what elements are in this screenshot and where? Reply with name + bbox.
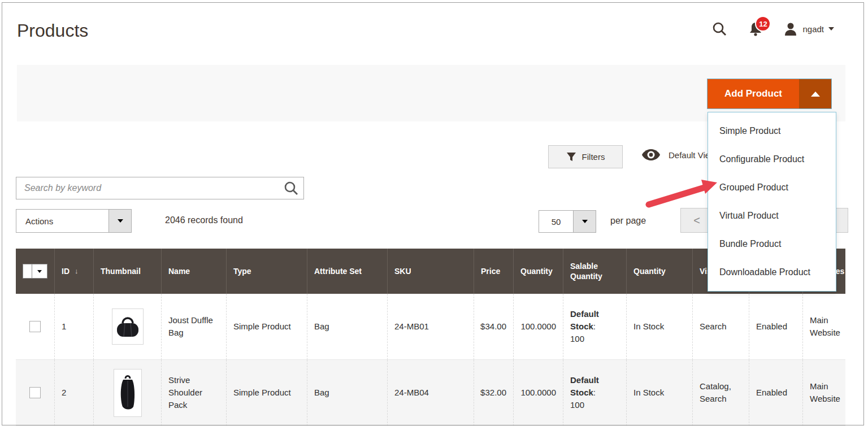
row-select-cell bbox=[16, 360, 54, 426]
notification-count-badge: 12 bbox=[755, 16, 771, 32]
cell-visibility: Search bbox=[692, 294, 749, 360]
caret-up-icon bbox=[811, 92, 820, 97]
row-checkbox[interactable] bbox=[29, 387, 41, 398]
cell-price: $34.00 bbox=[474, 294, 513, 360]
admin-header-actions: 12 ngadt bbox=[711, 20, 834, 37]
actions-select[interactable]: Actions bbox=[16, 209, 132, 233]
notifications-button[interactable]: 12 bbox=[747, 20, 764, 37]
select-all-header bbox=[16, 249, 54, 294]
cell-quantity: 100.0000 bbox=[513, 360, 563, 426]
per-page-label: per page bbox=[610, 216, 646, 226]
add-product-split-button: Add Product bbox=[707, 79, 832, 109]
product-thumbnail bbox=[112, 308, 144, 345]
add-product-button[interactable]: Add Product bbox=[708, 79, 799, 108]
cell-websites: Main Website bbox=[802, 360, 845, 426]
select-all-checkbox[interactable] bbox=[23, 264, 32, 278]
column-header-thumbnail[interactable]: Thumbnail bbox=[93, 249, 161, 294]
menu-item-virtual-product[interactable]: Virtual Product bbox=[708, 202, 836, 230]
cell-attribute-set: Bag bbox=[307, 294, 387, 360]
funnel-icon bbox=[566, 152, 576, 162]
username-label: ngadt bbox=[802, 24, 824, 34]
previous-page-icon: < bbox=[693, 214, 700, 227]
keyword-search-field bbox=[16, 177, 304, 199]
column-header-sku[interactable]: SKU bbox=[387, 249, 474, 294]
column-header-attribute-set[interactable]: Attribute Set bbox=[307, 249, 387, 294]
cell-id: 2 bbox=[54, 360, 93, 426]
actions-caret-icon bbox=[108, 210, 131, 232]
duffle-bag-image bbox=[115, 314, 141, 339]
cell-salable-quantity: Default Stock: 100 bbox=[563, 360, 626, 426]
menu-item-simple-product[interactable]: Simple Product bbox=[708, 117, 836, 145]
filters-button[interactable]: Filters bbox=[548, 145, 623, 168]
row-checkbox[interactable] bbox=[29, 321, 41, 332]
view-selector[interactable]: Default View bbox=[641, 149, 716, 161]
column-header-price[interactable]: Price bbox=[474, 249, 513, 294]
cell-visibility: Catalog, Search bbox=[692, 360, 749, 426]
add-product-label: Add Product bbox=[724, 88, 782, 99]
sort-descending-icon: ↓ bbox=[75, 266, 79, 276]
cell-websites: Main Website bbox=[802, 294, 845, 360]
cell-type: Simple Product bbox=[226, 294, 307, 360]
cell-quantity-per-source: In Stock bbox=[626, 360, 692, 426]
cell-thumbnail bbox=[93, 360, 161, 426]
cell-quantity: 100.0000 bbox=[513, 294, 563, 360]
filters-label: Filters bbox=[582, 152, 605, 162]
global-search-icon[interactable] bbox=[711, 20, 728, 37]
menu-item-downloadable-product[interactable]: Downloadable Product bbox=[708, 258, 836, 286]
column-header-name[interactable]: Name bbox=[161, 249, 226, 294]
search-icon bbox=[712, 21, 727, 36]
column-header-salable-quantity[interactable]: Salable Quantity bbox=[563, 249, 626, 294]
column-header-id-label: ID bbox=[62, 266, 70, 276]
column-header-id[interactable]: ID ↓ bbox=[54, 249, 93, 294]
select-all-control[interactable] bbox=[23, 264, 47, 279]
records-found-text: 2046 records found bbox=[165, 215, 243, 225]
column-header-type[interactable]: Type bbox=[226, 249, 307, 294]
cell-status: Enabled bbox=[749, 294, 802, 360]
cell-thumbnail bbox=[93, 294, 161, 360]
add-product-toggle-button[interactable] bbox=[799, 79, 831, 108]
stock-qty: 100 bbox=[570, 399, 584, 411]
stock-sep: : bbox=[593, 388, 596, 397]
column-header-quantity[interactable]: Quantity bbox=[513, 249, 563, 294]
add-product-type-menu: Simple Product Configurable Product Grou… bbox=[708, 112, 836, 292]
keyword-search-submit[interactable] bbox=[279, 177, 303, 199]
menu-item-grouped-product[interactable]: Grouped Product bbox=[708, 173, 836, 202]
menu-item-bundle-product[interactable]: Bundle Product bbox=[708, 230, 836, 258]
admin-user-menu[interactable]: ngadt bbox=[783, 21, 834, 36]
product-thumbnail bbox=[114, 369, 142, 417]
user-icon bbox=[783, 21, 798, 36]
cell-name: Joust Duffle Bag bbox=[161, 294, 226, 360]
user-menu-caret-icon bbox=[828, 27, 834, 31]
per-page-select[interactable]: 50 bbox=[539, 210, 596, 233]
menu-item-configurable-product[interactable]: Configurable Product bbox=[708, 145, 836, 173]
cell-attribute-set: Bag bbox=[307, 360, 387, 426]
cell-type: Simple Product bbox=[226, 360, 307, 426]
cell-sku: 24-MB04 bbox=[387, 360, 474, 426]
cell-price: $32.00 bbox=[474, 360, 513, 426]
cell-id: 1 bbox=[54, 294, 93, 360]
row-select-cell bbox=[16, 294, 54, 360]
per-page-caret-icon bbox=[573, 211, 596, 232]
stock-qty: 100 bbox=[570, 333, 584, 345]
select-all-caret-icon bbox=[32, 264, 47, 278]
search-icon bbox=[284, 181, 298, 195]
cell-name: Strive Shoulder Pack bbox=[161, 360, 226, 426]
cell-salable-quantity: Default Stock: 100 bbox=[563, 294, 626, 360]
page-title: Products bbox=[17, 20, 88, 41]
per-page-value: 50 bbox=[539, 211, 573, 232]
shoulder-pack-image bbox=[118, 374, 138, 411]
keyword-search-input[interactable] bbox=[16, 183, 279, 193]
cell-sku: 24-MB01 bbox=[387, 294, 474, 360]
actions-select-value: Actions bbox=[16, 210, 108, 232]
column-header-quantity-per-source[interactable]: Quantity bbox=[626, 249, 692, 294]
cell-status: Enabled bbox=[749, 360, 802, 426]
cell-quantity-per-source: In Stock bbox=[626, 294, 692, 360]
eye-icon bbox=[641, 149, 661, 161]
stock-sep: : bbox=[593, 321, 596, 331]
